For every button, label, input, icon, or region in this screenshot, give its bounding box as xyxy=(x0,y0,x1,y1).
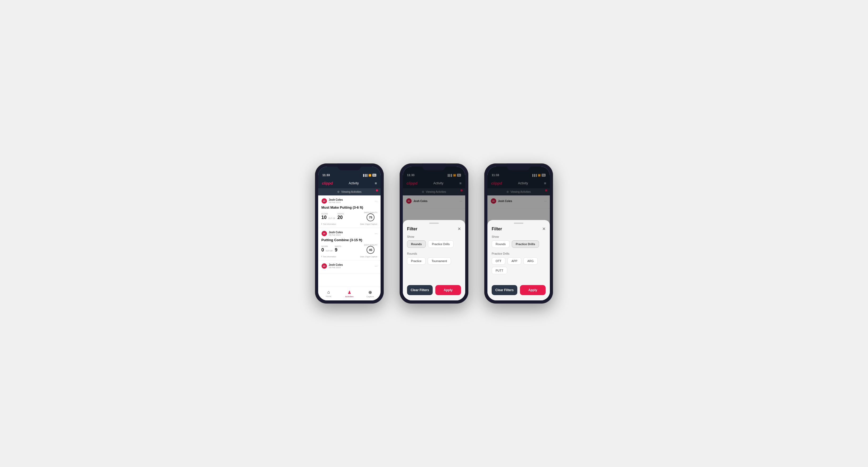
practice-drills-btn-2[interactable]: Practice Drills xyxy=(428,240,454,248)
score-value-1: 10 xyxy=(321,215,327,220)
card-footer-1: ℹ Test Information Data: Clippd Capture xyxy=(321,223,377,225)
test-info-1: ℹ Test Information xyxy=(321,223,336,225)
clear-filters-btn-2[interactable]: Clear Filters xyxy=(407,285,433,295)
spacer-2 xyxy=(407,269,461,282)
user-date-1: 28 Feb 2023 xyxy=(329,201,343,204)
sq-label-2: Shot Quality xyxy=(364,244,377,246)
rounds-btn-3[interactable]: Rounds xyxy=(492,240,509,248)
status-time-1: 11:33 xyxy=(322,174,330,177)
phone-2: 11:33 ▐▐▐ 📶 51 clippd Activity ≡ ⚙ Viewi… xyxy=(400,163,468,304)
apply-btn-3[interactable]: Apply xyxy=(520,285,546,295)
user-name-2: Josh Coles xyxy=(329,231,343,234)
drill-ott-3[interactable]: OTT xyxy=(492,257,505,265)
rounds-section-label-2: Rounds xyxy=(407,252,461,255)
card-header-3: JC Josh Coles 28 Feb 2023 ··· xyxy=(321,263,377,269)
viewing-banner-label-1: Viewing Activities xyxy=(341,190,362,193)
capture-label-1: Capture xyxy=(366,295,374,298)
card-header-1: JC Josh Coles 28 Feb 2023 ··· xyxy=(321,198,377,204)
tab-activities-1[interactable]: ♟ Activities xyxy=(339,290,360,298)
tab-bar-1: ⌂ Home ♟ Activities ⊕ Capture xyxy=(318,287,380,301)
shots-label-1: Shots xyxy=(338,213,344,215)
logo-1: clippd xyxy=(322,181,333,185)
activity-card-3: JC Josh Coles 28 Feb 2023 ··· xyxy=(318,260,380,274)
shots-stat-2: Shots 9 xyxy=(335,245,341,253)
show-filter-buttons-2: Rounds Practice Drills xyxy=(407,240,461,248)
user-details-1: Josh Coles 28 Feb 2023 xyxy=(329,198,343,204)
activity-title-2: Putting Combine (3-15 ft) xyxy=(321,238,377,242)
capture-icon-1: ⊕ xyxy=(368,290,372,295)
score-stat-1: Score 10 OUT OF xyxy=(321,213,336,220)
tournament-type-btn-2[interactable]: Tournament xyxy=(428,257,451,265)
practice-type-btn-2[interactable]: Practice xyxy=(407,257,426,265)
scene: 11:33 ▐▐▐ 📶 51 clippd Activity ≡ ⚙ Viewi… xyxy=(299,148,569,319)
sheet-handle-3 xyxy=(514,223,523,224)
avatar-img-2: JC xyxy=(321,231,327,236)
practice-drills-btn-3[interactable]: Practice Drills xyxy=(512,240,539,248)
score-value-2: 0 xyxy=(321,247,324,253)
activity-card-2: JC Josh Coles 28 Feb 2023 ··· Putting Co… xyxy=(318,228,380,260)
viewing-banner-1[interactable]: ⚙ Viewing Activities xyxy=(318,188,380,195)
avatar-img-1: JC xyxy=(321,198,327,204)
nav-bar-1: clippd Activity ≡ xyxy=(318,178,380,188)
more-btn-2[interactable]: ··· xyxy=(375,232,377,235)
sheet-title-2: Filter xyxy=(407,227,417,231)
tab-capture-1[interactable]: ⊕ Capture xyxy=(360,290,380,298)
home-label-1: Home xyxy=(326,295,331,298)
sheet-actions-3: Clear Filters Apply xyxy=(492,285,546,295)
more-btn-1[interactable]: ··· xyxy=(375,199,377,203)
wifi-icon-1: 📶 xyxy=(368,174,371,177)
user-name-1: Josh Coles xyxy=(329,198,343,201)
user-details-2: Josh Coles 28 Feb 2023 xyxy=(329,231,343,236)
menu-icon-1[interactable]: ≡ xyxy=(375,181,377,185)
shot-quality-stat-1: Shot Quality 75 xyxy=(364,212,377,221)
phone-2-inner: 11:33 ▐▐▐ 📶 51 clippd Activity ≡ ⚙ Viewi… xyxy=(403,166,465,301)
avatar-3: JC xyxy=(321,263,327,269)
avatar-2: JC xyxy=(321,230,327,237)
user-info-1: JC Josh Coles 28 Feb 2023 xyxy=(321,198,343,204)
info-icon-2: ℹ xyxy=(321,255,322,257)
user-date-3: 28 Feb 2023 xyxy=(329,266,343,269)
avatar-1: JC xyxy=(321,198,327,204)
score-label-1: Score xyxy=(321,213,336,215)
filter-sheet-2: Filter ✕ Show Rounds Practice Drills Rou… xyxy=(403,220,465,301)
close-btn-2[interactable]: ✕ xyxy=(458,226,461,231)
drill-arg-3[interactable]: ARG xyxy=(523,257,538,265)
tab-home-1[interactable]: ⌂ Home xyxy=(318,290,339,298)
drill-putt-3[interactable]: PUTT xyxy=(492,267,507,274)
show-label-3: Show xyxy=(492,235,546,238)
stats-row-1: Score 10 OUT OF Shots 20 Shot Quality 75 xyxy=(321,212,377,221)
user-info-3: JC Josh Coles 28 Feb 2023 xyxy=(321,263,343,269)
nav-title-1: Activity xyxy=(349,181,359,185)
user-date-2: 28 Feb 2023 xyxy=(329,234,343,236)
quality-badge-2: 45 xyxy=(367,246,374,254)
shots-value-2: 9 xyxy=(335,247,338,253)
out-of-2: OUT OF xyxy=(326,250,333,252)
notification-dot-1 xyxy=(376,189,378,191)
apply-btn-2[interactable]: Apply xyxy=(435,285,461,295)
activity-card-1: JC Josh Coles 28 Feb 2023 ··· Must Make … xyxy=(318,195,380,228)
drill-app-3[interactable]: APP xyxy=(507,257,521,265)
spacer-3 xyxy=(492,278,546,282)
user-details-3: Josh Coles 28 Feb 2023 xyxy=(329,263,343,269)
home-icon-1: ⌂ xyxy=(328,290,330,294)
activity-title-1: Must Make Putting (3-6 ft) xyxy=(321,206,377,210)
out-of-1: OUT OF xyxy=(328,217,335,219)
signal-icon-1: ▐▐▐ xyxy=(362,174,367,177)
rounds-btn-2[interactable]: Rounds xyxy=(407,240,426,248)
clear-filters-btn-3[interactable]: Clear Filters xyxy=(492,285,517,295)
user-info-2: JC Josh Coles 28 Feb 2023 xyxy=(321,230,343,237)
shots-value-1: 20 xyxy=(338,215,343,220)
sheet-header-2: Filter ✕ xyxy=(407,226,461,231)
sheet-handle-2 xyxy=(429,223,439,224)
more-btn-3[interactable]: ··· xyxy=(375,264,377,268)
card-header-2: JC Josh Coles 28 Feb 2023 ··· xyxy=(321,230,377,237)
round-type-buttons-2: Practice Tournament xyxy=(407,257,461,265)
activity-list-1: JC Josh Coles 28 Feb 2023 ··· Must Make … xyxy=(318,195,380,287)
activities-icon-1: ♟ xyxy=(347,290,351,295)
sheet-actions-2: Clear Filters Apply xyxy=(407,285,461,295)
battery-icon-1: 51 xyxy=(372,174,376,177)
score-stat-2: Score 0 OUT OF xyxy=(321,245,333,253)
phone-1-inner: 11:33 ▐▐▐ 📶 51 clippd Activity ≡ ⚙ Viewi… xyxy=(318,166,380,301)
user-name-3: Josh Coles xyxy=(329,263,343,266)
close-btn-3[interactable]: ✕ xyxy=(542,226,546,231)
